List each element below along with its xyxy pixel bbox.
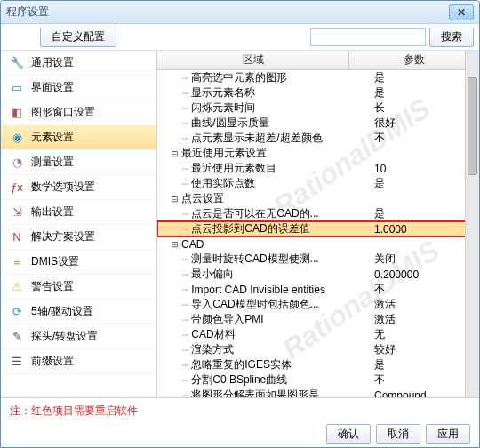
tree-row[interactable]: ⋯Import CAD Invisible entities不 (157, 282, 479, 297)
scrollbar-thumb[interactable] (468, 77, 477, 175)
sidebar-item-label: 测量设置 (31, 155, 74, 170)
tree-row[interactable]: ⋯导入CAD模型时包括颜色...激活 (157, 297, 479, 312)
sidebar-item-3[interactable]: ◉元素设置 (1, 125, 156, 150)
tree-value: 关闭 (374, 252, 396, 267)
sidebar-item-label: DMIS设置 (31, 254, 79, 269)
tree-row[interactable]: ⋯点云投影到CAD的误差值1.0000 (157, 221, 479, 236)
tree-leaf-icon: ⋯ (182, 163, 189, 175)
tree-value: 不 (374, 372, 385, 388)
custom-config-button[interactable]: 自定义配置 (40, 28, 116, 47)
tree-row[interactable]: ⋯将图形分解表面如果图形是Compound (157, 388, 479, 397)
tree-row[interactable]: ⋯测量时旋转CAD模型使测...关闭 (157, 252, 479, 267)
tree-row[interactable]: ⋯显示元素名称是 (157, 85, 479, 100)
tree-toggle-icon[interactable]: ⊟ (170, 193, 180, 205)
tree-value: 不 (374, 282, 385, 297)
tree-row[interactable]: ⋯点云是否可以在无CAD的...是 (157, 206, 479, 221)
titlebar: 程序设置 ✕ (1, 1, 479, 24)
tree-row[interactable]: ⋯点元素显示未超差/超差颜色不 (157, 131, 479, 146)
sidebar-item-label: 元素设置 (31, 130, 74, 145)
sidebar-item-4[interactable]: ◔测量设置 (1, 150, 156, 175)
tree-label: 忽略重复的IGES实体 (189, 357, 292, 372)
tree-label: 导入CAD模型时包括颜色... (189, 297, 318, 312)
scrollbar[interactable] (465, 51, 479, 397)
ok-button[interactable]: 确认 (326, 424, 371, 444)
sidebar-item-12[interactable]: ☰前缀设置 (1, 349, 156, 374)
tree-row[interactable]: ⋯带颜色导入PMI激活 (157, 312, 479, 327)
sidebar-icon: ◉ (10, 131, 24, 145)
sidebar-item-1[interactable]: ▭界面设置 (1, 76, 156, 100)
tree-row[interactable]: ⋯最小偏向0.200000 (157, 267, 479, 282)
tree-label: 显示元素名称 (189, 85, 255, 100)
tree-leaf-icon: ⋯ (182, 374, 189, 387)
tree-label: 将图形分解表面如果图形是 (189, 388, 319, 397)
tree-label: 点云投影到CAD的误差值 (189, 221, 309, 236)
tree-row[interactable]: ⋯闪烁元素时间长 (157, 100, 479, 116)
tree-row[interactable]: ⋯忽略重复的IGES实体是 (157, 357, 479, 372)
tree-label: 点云是否可以在无CAD的... (189, 206, 318, 221)
sidebar-icon: ≡ (10, 255, 24, 269)
sidebar-icon: ƒx (10, 180, 24, 195)
sidebar-icon: ☰ (10, 355, 24, 369)
tree-row[interactable]: ⋯最近使用元素数目10 (157, 161, 479, 176)
tree-label: 带颜色导入PMI (189, 312, 263, 327)
tree-leaf-icon: ⋯ (182, 132, 189, 145)
tree-leaf-icon: ⋯ (182, 299, 189, 311)
sidebar-item-2[interactable]: ◧图形窗口设置 (1, 100, 156, 125)
sidebar-item-7[interactable]: N解决方案设置 (1, 225, 156, 250)
sidebar-item-8[interactable]: ≡DMIS设置 (1, 250, 156, 275)
col-region[interactable]: 区域 (157, 51, 349, 69)
tree-label: CAD (180, 238, 204, 251)
tree-value: 10 (374, 163, 386, 175)
sidebar-item-11[interactable]: ✎探头/转盘设置 (1, 324, 156, 349)
tree-toggle-icon[interactable]: ⊟ (170, 238, 180, 251)
tree-label: 渲染方式 (189, 342, 234, 357)
sidebar-item-label: 输出设置 (31, 204, 74, 220)
tree-value: 激活 (374, 297, 396, 312)
tree-label: Import CAD Invisible entities (189, 284, 325, 296)
sidebar-icon: ▭ (10, 81, 24, 95)
tree-leaf-icon: ⋯ (182, 208, 189, 220)
cancel-button[interactable]: 取消 (376, 424, 420, 444)
search-button[interactable]: 搜索 (429, 28, 474, 47)
sidebar-icon: ⇲ (10, 205, 24, 220)
sidebar-item-9[interactable]: ⚠警告设置 (1, 275, 156, 300)
tree-row[interactable]: ⋯使用实际点数是 (157, 176, 479, 191)
tree-row[interactable]: ⋯高亮选中元素的图形是 (157, 70, 479, 85)
tree-leaf-icon: ⋯ (182, 117, 189, 130)
tree-value: Compound (374, 389, 427, 398)
sidebar-item-label: 图形窗口设置 (31, 105, 95, 120)
tree-leaf-icon: ⋯ (182, 329, 189, 341)
window-title: 程序设置 (6, 4, 449, 20)
search-input[interactable] (310, 28, 426, 46)
tree-leaf-icon: ⋯ (182, 344, 189, 356)
tree-label: 测量时旋转CAD模型使测... (189, 252, 318, 267)
sidebar-item-label: 界面设置 (31, 80, 74, 95)
close-button[interactable]: ✕ (449, 4, 474, 20)
tree-value: 是 (374, 357, 385, 372)
sidebar-item-0[interactable]: 🔧通用设置 (1, 51, 156, 76)
tree-row[interactable]: ⊟最近使用元素设置 (157, 146, 479, 161)
tree-row[interactable]: ⊟点云设置 (157, 191, 479, 206)
sidebar-item-label: 通用设置 (31, 55, 74, 70)
restart-note: 注：红色项目需要重启软件 (10, 404, 470, 419)
tree-row[interactable]: ⊟CAD (157, 236, 479, 252)
tree-toggle-icon[interactable]: ⊟ (170, 148, 180, 160)
tree-leaf-icon: ⋯ (182, 72, 189, 84)
sidebar-item-10[interactable]: ⟳5轴/驱动设置 (1, 300, 156, 324)
tree-row[interactable]: ⋯曲线/圆显示质量很好 (157, 116, 479, 131)
tree-value: 长 (374, 100, 385, 116)
tree-row[interactable]: ⋯CAD材料无 (157, 327, 479, 342)
tree-row[interactable]: ⋯渲染方式较好 (157, 342, 479, 357)
tree-leaf-icon: ⋯ (182, 223, 189, 236)
tree-leaf-icon: ⋯ (182, 87, 189, 100)
tree-label: CAD材料 (189, 327, 235, 342)
column-headers: 区域 参数 (157, 51, 479, 70)
col-param[interactable]: 参数 (349, 51, 479, 69)
apply-button[interactable]: 应用 (426, 424, 470, 444)
sidebar-item-5[interactable]: ƒx数学选项设置 (1, 175, 156, 200)
tree-label: 最小偏向 (189, 267, 234, 282)
tree-value: 1.0000 (374, 223, 407, 236)
sidebar-item-6[interactable]: ⇲输出设置 (1, 200, 156, 225)
sidebar-icon: N (10, 230, 24, 244)
tree-row[interactable]: ⋯分割C0 BSpline曲线不 (157, 372, 479, 388)
